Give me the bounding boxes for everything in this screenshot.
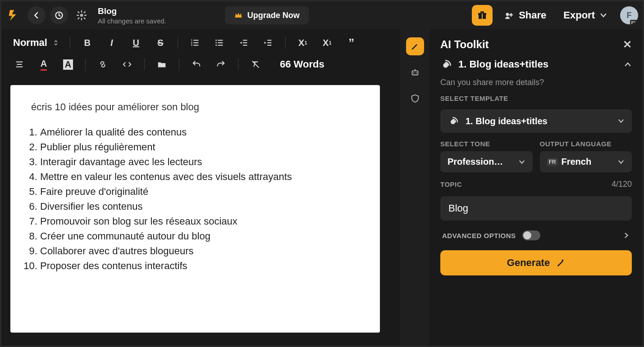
list-item: Créer une communauté autour du blog <box>40 229 359 243</box>
list-item: Diversifier les contenus <box>40 199 359 214</box>
chevron-right-icon <box>623 232 630 239</box>
language-label: OUTPUT LANGUAGE <box>540 140 632 148</box>
robot-tab[interactable] <box>406 63 424 81</box>
template-label: SELECT TEMPLATE <box>440 95 632 102</box>
avatar-initial: F <box>627 11 632 20</box>
close-button[interactable]: ✕ <box>623 38 632 51</box>
chevron-down-icon <box>617 158 625 166</box>
word-count: 66 Words <box>280 59 324 70</box>
list-item: Promouvoir son blog sur les réseaux soci… <box>40 214 359 229</box>
avatar[interactable]: F EW <box>620 6 638 24</box>
language-select[interactable]: FR French <box>540 151 632 172</box>
side-strip <box>400 29 429 346</box>
bold-button[interactable]: B <box>78 34 96 52</box>
chevron-down-icon <box>518 158 525 166</box>
gift-icon <box>477 10 488 21</box>
back-button[interactable] <box>27 6 46 24</box>
generate-label: Generate <box>507 257 550 269</box>
svg-point-11 <box>215 45 217 46</box>
svg-point-14 <box>416 72 416 73</box>
upgrade-label: Upgrade Now <box>247 11 300 20</box>
code-button[interactable] <box>118 55 136 73</box>
topbar: Blog All changes are saved. Upgrade Now … <box>1 1 643 29</box>
save-status: All changes are saved. <box>98 17 166 25</box>
document[interactable]: écris 10 idées pour améliorer son blog A… <box>10 85 380 333</box>
highlight-button[interactable]: A <box>59 55 77 73</box>
share-button[interactable]: Share <box>497 9 553 21</box>
shield-tab[interactable] <box>406 90 424 108</box>
style-label: Normal <box>13 37 47 49</box>
list-item: Proposer des contenus interactifs <box>40 258 359 273</box>
shield-icon <box>410 94 420 104</box>
select-arrows-icon <box>53 39 59 47</box>
generate-button[interactable]: Generate <box>440 250 632 275</box>
italic-button[interactable]: I <box>103 34 121 52</box>
unordered-list-button[interactable] <box>210 34 228 52</box>
share-icon <box>503 10 514 21</box>
export-button[interactable]: Export <box>557 9 614 21</box>
section-subtitle: Can you share more details? <box>440 78 632 87</box>
ai-panel-title: AI Toolkit <box>440 38 489 51</box>
link-button[interactable] <box>94 55 112 73</box>
list-item: Interagir davantage avec les lecteurs <box>40 154 359 169</box>
ordered-list-button[interactable]: 123 <box>186 34 204 52</box>
strikethrough-button[interactable]: S <box>151 34 169 52</box>
topic-input[interactable] <box>440 196 632 221</box>
export-label: Export <box>563 9 595 21</box>
advanced-toggle[interactable] <box>522 230 540 240</box>
pencil-tab[interactable] <box>406 37 424 55</box>
folder-button[interactable] <box>153 55 171 73</box>
ai-panel: AI Toolkit ✕ 1. Blog ideas+titles Can yo… <box>429 29 643 346</box>
redo-button[interactable] <box>212 55 230 73</box>
doc-title[interactable]: Blog <box>98 6 166 16</box>
topic-count: 4/120 <box>612 180 632 189</box>
list-item: Publier plus régulièrement <box>40 140 359 154</box>
list-item: Collaborer avec d'autres blogueurs <box>40 243 359 258</box>
svg-point-5 <box>506 13 509 16</box>
gift-button[interactable] <box>472 5 493 26</box>
svg-rect-4 <box>482 13 483 19</box>
advanced-label: ADVANCED OPTIONS <box>442 232 516 239</box>
svg-text:3: 3 <box>191 44 192 46</box>
tone-select[interactable]: Profession… <box>440 151 533 172</box>
section-header[interactable]: 1. Blog ideas+titles <box>440 58 632 71</box>
text-color-button[interactable]: A <box>35 55 53 73</box>
list-item: Améliorer la qualité des contenus <box>40 125 359 140</box>
doc-list: Améliorer la qualité des contenus Publie… <box>31 125 359 273</box>
language-value: French <box>562 157 592 167</box>
svg-rect-12 <box>412 71 418 75</box>
tone-label: SELECT TONE <box>440 140 533 148</box>
avatar-badge: EW <box>630 20 639 24</box>
blog-icon <box>440 58 453 71</box>
indent-button[interactable] <box>259 34 277 52</box>
template-select[interactable]: 1. Blog ideas+titles <box>440 109 632 133</box>
align-button[interactable] <box>10 55 28 73</box>
advanced-options-row[interactable]: ADVANCED OPTIONS <box>440 228 632 243</box>
subscript-button[interactable]: X1 <box>318 34 336 52</box>
editor-toolbar: Normal B I U S 123 X1 X1 ” <box>1 29 400 76</box>
editor-pane: Normal B I U S 123 X1 X1 ” <box>1 29 400 346</box>
upgrade-button[interactable]: Upgrade Now <box>225 6 309 24</box>
underline-button[interactable]: U <box>127 34 145 52</box>
share-label: Share <box>519 9 546 21</box>
svg-point-9 <box>215 40 217 41</box>
tone-value: Profession… <box>448 157 503 167</box>
chevron-down-icon <box>599 11 607 19</box>
svg-point-1 <box>80 14 83 17</box>
doc-title-block: Blog All changes are saved. <box>98 6 166 25</box>
chevron-down-icon <box>617 117 625 125</box>
clear-format-button[interactable] <box>247 55 265 73</box>
history-button[interactable] <box>50 6 68 24</box>
magic-wand-icon <box>555 258 565 268</box>
settings-button[interactable] <box>73 6 91 24</box>
language-code: FR <box>547 158 558 166</box>
blog-icon <box>448 115 460 127</box>
undo-button[interactable] <box>187 55 206 73</box>
paragraph-style-select[interactable]: Normal <box>10 37 62 49</box>
outdent-button[interactable] <box>235 34 253 52</box>
topic-label: TOPIC <box>440 180 462 188</box>
robot-icon <box>410 68 420 77</box>
section-title: 1. Blog ideas+titles <box>458 59 548 70</box>
superscript-button[interactable]: X1 <box>294 34 312 52</box>
blockquote-button[interactable]: ” <box>343 34 361 52</box>
